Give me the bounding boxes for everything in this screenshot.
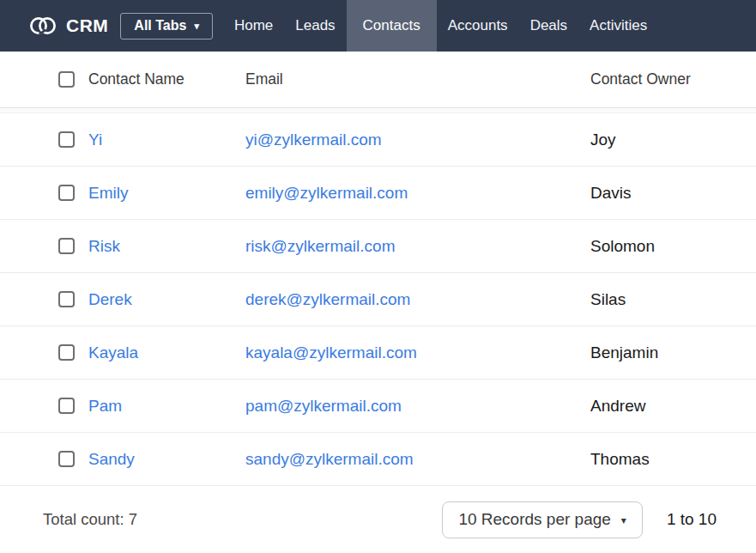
contact-owner: Silas	[590, 290, 747, 309]
contact-name-link[interactable]: Emily	[88, 184, 128, 203]
page-range: 1 to 10	[667, 510, 717, 529]
contact-owner: Davis	[590, 184, 747, 203]
contact-name-link[interactable]: Pam	[88, 397, 122, 416]
table-row[interactable]: Yi yi@zylkermail.com Joy	[0, 113, 756, 167]
brand-name: CRM	[66, 15, 108, 36]
contact-email-link[interactable]: yi@zylkermail.com	[245, 131, 382, 149]
contact-email-link[interactable]: risk@zylkermail.com	[245, 237, 395, 256]
contact-name-link[interactable]: Sandy	[88, 450, 135, 469]
chevron-down-icon: ▾	[621, 515, 626, 526]
column-header-contact-name: Contact Name	[88, 70, 232, 88]
records-per-page-dropdown[interactable]: 10 Records per page ▾	[442, 501, 642, 538]
table-row[interactable]: Kayala kayala@zylkermail.com Benjamin	[0, 326, 756, 380]
contact-email-link[interactable]: pam@zylkermail.com	[245, 397, 402, 416]
contact-owner: Benjamin	[590, 343, 747, 362]
contact-email-link[interactable]: emily@zylkermail.com	[245, 184, 408, 203]
table-row[interactable]: Emily emily@zylkermail.com Davis	[0, 167, 756, 220]
table-row[interactable]: Risk risk@zylkermail.com Solomon	[0, 220, 756, 273]
column-header-contact-owner: Contact Owner	[590, 70, 747, 88]
total-count: Total count: 7	[43, 510, 137, 529]
row-checkbox[interactable]	[58, 238, 75, 254]
table-row[interactable]: Pam pam@zylkermail.com Andrew	[0, 380, 756, 433]
table-header: Contact Name Email Contact Owner	[0, 52, 756, 108]
contact-name-link[interactable]: Risk	[88, 237, 120, 256]
column-header-email: Email	[245, 70, 577, 88]
row-checkbox[interactable]	[58, 398, 75, 414]
contact-name-link[interactable]: Kayala	[88, 343, 138, 362]
table-row[interactable]: Derek derek@zylkermail.com Silas	[0, 273, 756, 326]
top-navbar: CRM All Tabs ▾ Home Leads Contacts Accou…	[0, 0, 756, 52]
row-checkbox[interactable]	[58, 344, 75, 361]
contact-email-link[interactable]: derek@zylkermail.com	[245, 290, 410, 309]
tab-leads[interactable]: Leads	[284, 0, 346, 52]
row-checkbox[interactable]	[58, 131, 75, 148]
tab-deals[interactable]: Deals	[519, 0, 578, 52]
tab-accounts[interactable]: Accounts	[437, 0, 519, 52]
contact-email-link[interactable]: sandy@zylkermail.com	[245, 450, 414, 469]
tab-activities[interactable]: Activities	[578, 0, 658, 52]
contact-name-link[interactable]: Yi	[88, 131, 102, 149]
contact-owner: Thomas	[590, 450, 747, 469]
contacts-list: Yi yi@zylkermail.com Joy Emily emily@zyl…	[0, 113, 756, 486]
all-tabs-button[interactable]: All Tabs ▾	[120, 13, 213, 40]
chevron-down-icon: ▾	[194, 21, 199, 31]
nav-tabs: Home Leads Contacts Accounts Deals Activ…	[223, 0, 658, 52]
contact-owner: Andrew	[590, 397, 747, 416]
all-tabs-label: All Tabs	[134, 18, 186, 33]
select-all-checkbox[interactable]	[58, 71, 75, 88]
list-footer: Total count: 7 10 Records per page ▾ 1 t…	[0, 486, 756, 553]
records-per-page-label: 10 Records per page	[458, 510, 610, 529]
contact-name-link[interactable]: Derek	[88, 290, 132, 309]
row-checkbox[interactable]	[58, 291, 75, 307]
table-row[interactable]: Sandy sandy@zylkermail.com Thomas	[0, 433, 756, 486]
row-checkbox[interactable]	[58, 185, 75, 201]
tab-home[interactable]: Home	[223, 0, 284, 52]
crm-logo-icon	[28, 14, 57, 38]
brand: CRM	[0, 0, 108, 52]
row-checkbox[interactable]	[58, 451, 75, 467]
contact-owner: Joy	[590, 131, 747, 149]
tab-contacts[interactable]: Contacts	[347, 0, 437, 52]
contact-owner: Solomon	[590, 237, 747, 256]
contact-email-link[interactable]: kayala@zylkermail.com	[245, 343, 417, 362]
